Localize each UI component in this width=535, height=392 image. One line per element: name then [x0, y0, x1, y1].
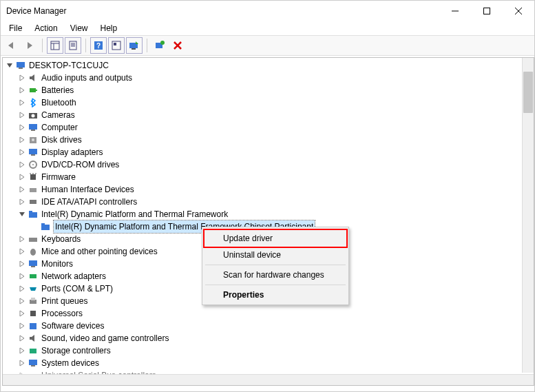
processor-icon — [28, 308, 39, 319]
tree-node-computer[interactable]: Computer — [6, 121, 534, 134]
maximize-button[interactable] — [471, 1, 503, 21]
expand-right-icon[interactable] — [18, 334, 26, 342]
expand-down-icon[interactable] — [18, 210, 26, 218]
expand-right-icon[interactable] — [18, 235, 26, 243]
tree-node-dvd-cd-drives[interactable]: DVD/CD-ROM drives — [6, 158, 534, 171]
tree-node-label: Sound, video and game controllers — [41, 332, 169, 344]
tree-node-hid[interactable]: Human Interface Devices — [6, 183, 534, 196]
expand-right-icon[interactable] — [18, 74, 26, 82]
menu-help[interactable]: Help — [95, 22, 123, 34]
tree-node-batteries[interactable]: Batteries — [6, 84, 534, 96]
tree-node-display-adapters[interactable]: Display adapters — [6, 146, 534, 158]
svg-rect-27 — [29, 124, 37, 130]
uninstall-device-button[interactable] — [169, 37, 186, 54]
computer-icon — [28, 122, 39, 133]
action-toolbar-icon[interactable] — [108, 37, 125, 54]
expand-right-icon[interactable] — [18, 136, 26, 144]
ctx-properties[interactable]: Properties — [204, 287, 347, 302]
printer-icon — [28, 296, 39, 307]
tree-node-audio-inputs-outputs[interactable]: Audio inputs and outputs — [6, 72, 534, 84]
expand-right-icon[interactable] — [18, 322, 26, 330]
minimize-button[interactable] — [439, 1, 471, 21]
svg-rect-31 — [29, 149, 37, 154]
expand-right-icon[interactable] — [18, 247, 26, 256]
svg-rect-54 — [30, 349, 36, 353]
vertical-scrollbar-thumb[interactable] — [523, 72, 533, 113]
storage-controller-icon — [28, 345, 39, 356]
mouse-icon — [28, 246, 39, 257]
help-button[interactable]: ? — [90, 37, 107, 54]
ctx-scan-hardware[interactable]: Scan for hardware changes — [204, 267, 347, 282]
tree-node-label: Print queues — [41, 295, 87, 307]
tree-node-software-devices[interactable]: Software devices — [6, 320, 534, 332]
tree-node-storage-controllers[interactable]: Storage controllers — [6, 344, 534, 357]
context-menu-separator — [205, 265, 346, 265]
expand-right-icon[interactable] — [18, 359, 26, 367]
properties-button[interactable] — [65, 37, 81, 54]
svg-rect-14 — [114, 43, 116, 45]
toolbar: ? — [1, 35, 534, 56]
tree-node-label: Bluetooth — [41, 96, 76, 109]
expand-right-icon[interactable] — [18, 272, 26, 280]
tree-root[interactable]: DESKTOP-TC1CUJC — [6, 59, 534, 72]
svg-rect-55 — [29, 360, 37, 365]
expand-right-icon[interactable] — [18, 198, 26, 206]
tree-node-sound-video[interactable]: Sound, video and game controllers — [6, 332, 534, 344]
computer-icon — [15, 60, 26, 71]
update-driver-software-button[interactable] — [126, 37, 143, 54]
close-button[interactable] — [503, 1, 534, 21]
tree-node-label: Keyboards — [41, 233, 81, 245]
horizontal-scrollbar[interactable] — [3, 374, 534, 385]
expand-right-icon[interactable] — [18, 173, 26, 181]
ide-controller-icon — [28, 196, 39, 207]
expand-right-icon[interactable] — [18, 148, 26, 156]
folder-icon — [28, 209, 39, 220]
tree-node-intel-dptf[interactable]: Intel(R) Dynamic Platform and Thermal Fr… — [6, 208, 534, 220]
tree-node-firmware[interactable]: Firmware — [6, 171, 534, 183]
svg-rect-48 — [31, 266, 35, 267]
show-hide-tree-button[interactable] — [47, 37, 63, 54]
menu-file[interactable]: File — [3, 22, 28, 34]
nav-back-button[interactable] — [3, 37, 20, 54]
device-tree-pane: DESKTOP-TC1CUJC Audio inputs and outputs… — [2, 57, 534, 386]
expand-down-icon[interactable] — [6, 61, 14, 70]
tree-node-cameras[interactable]: Cameras — [6, 109, 534, 121]
nav-forward-button[interactable] — [21, 37, 38, 54]
ctx-update-driver[interactable]: Update driver — [204, 229, 347, 247]
device-tree[interactable]: DESKTOP-TC1CUJC Audio inputs and outputs… — [3, 58, 534, 383]
expand-right-icon[interactable] — [18, 161, 26, 169]
expand-right-icon[interactable] — [18, 111, 26, 119]
svg-rect-43 — [41, 225, 50, 230]
expand-right-icon[interactable] — [18, 185, 26, 194]
toolbar-separator — [85, 39, 86, 52]
expand-right-icon[interactable] — [18, 123, 26, 132]
tree-node-system-devices[interactable]: System devices — [6, 357, 534, 369]
scan-hardware-button[interactable] — [151, 37, 168, 54]
tree-node-label: Cameras — [41, 109, 75, 121]
svg-rect-53 — [30, 323, 36, 329]
expand-right-icon[interactable] — [18, 99, 26, 107]
tree-node-ide[interactable]: IDE ATA/ATAPI controllers — [6, 196, 534, 208]
expand-right-icon[interactable] — [18, 297, 26, 305]
menu-action[interactable]: Action — [29, 22, 63, 34]
bluetooth-icon — [28, 97, 39, 108]
tree-node-disk-drives[interactable]: Disk drives — [6, 134, 534, 146]
svg-rect-40 — [30, 200, 36, 204]
tree-node-bluetooth[interactable]: Bluetooth — [6, 96, 534, 109]
svg-rect-39 — [30, 188, 36, 192]
svg-rect-32 — [31, 154, 35, 156]
svg-point-30 — [32, 138, 34, 141]
expand-right-icon[interactable] — [18, 86, 26, 94]
svg-rect-21 — [17, 62, 25, 68]
expand-right-icon[interactable] — [18, 260, 26, 268]
expand-right-icon[interactable] — [18, 309, 26, 318]
tree-node-label: Intel(R) Dynamic Platform and Thermal Fr… — [41, 208, 228, 220]
tree-node-label: Audio inputs and outputs — [41, 72, 132, 84]
menu-view[interactable]: View — [65, 22, 94, 34]
tree-node-processors[interactable]: Processors — [6, 307, 534, 320]
ctx-uninstall-device[interactable]: Uninstall device — [204, 247, 347, 262]
tree-node-label: Batteries — [41, 84, 74, 96]
hid-icon — [28, 184, 39, 195]
expand-right-icon[interactable] — [18, 285, 26, 293]
expand-right-icon[interactable] — [18, 347, 26, 355]
